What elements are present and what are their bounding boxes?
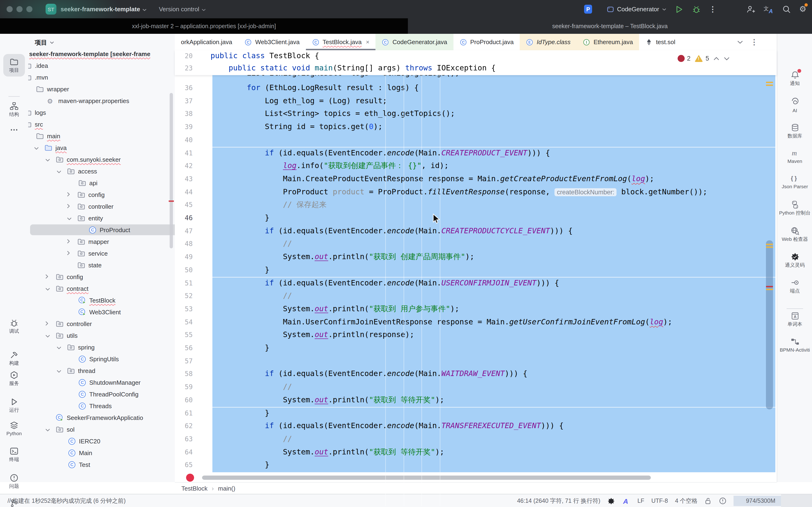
settings-gear-icon[interactable]: ⚙ — [799, 4, 807, 14]
tree-item-state[interactable]: state — [28, 259, 175, 271]
tool-strip-database[interactable]: 数据库 — [777, 123, 812, 139]
chevron-down-icon[interactable] — [45, 332, 50, 339]
tool-strip-project[interactable]: 项目 — [0, 57, 28, 74]
tool-strip-build[interactable]: 构建 — [0, 350, 28, 367]
line-ending-widget[interactable]: LF — [638, 498, 644, 504]
chevron-down-icon[interactable] — [56, 367, 61, 374]
chevron-down-icon[interactable] — [34, 144, 39, 151]
indent-widget[interactable]: 4 个空格 — [675, 497, 698, 505]
tree-item-maven-wrapper-properties[interactable]: ⚙maven-wrapper.properties — [28, 95, 175, 107]
lingma-status-icon[interactable] — [607, 497, 615, 505]
close-window-button[interactable] — [7, 6, 13, 12]
chevron-right-icon[interactable] — [67, 250, 70, 257]
tab-idtype-class[interactable]: EIdType.class — [520, 34, 576, 50]
tree-item-logs[interactable]: logs — [28, 107, 175, 118]
tool-strip-endpoint[interactable]: 端点 — [777, 278, 812, 294]
tree-item-threadpoolconfig[interactable]: CThreadPoolConfig — [28, 388, 175, 400]
code-line-37[interactable]: 37 Log eth_log = (Log) result; — [175, 95, 777, 108]
chevron-down-icon[interactable] — [45, 426, 50, 433]
chevron-right-icon[interactable] — [45, 320, 48, 327]
tool-strip-wordbook[interactable]: A单词本 — [777, 311, 812, 328]
tree-item-proproduct[interactable]: CProProduct — [28, 224, 175, 236]
tool-strip-structure[interactable]: 结构 — [0, 101, 28, 118]
window-controls[interactable] — [7, 6, 33, 12]
tool-strip-python-packages[interactable]: Python — [0, 420, 28, 436]
chevron-right-icon[interactable] — [67, 203, 70, 210]
code-line-51[interactable]: 51 if (id.equals(EventEncoder.encode(Mai… — [175, 277, 777, 290]
error-stripe-mark[interactable] — [766, 286, 773, 287]
code-line-40[interactable]: 40 — [175, 134, 777, 147]
project-name-menu[interactable]: seeker-framework-template — [61, 6, 147, 13]
code-line-62[interactable]: 62 if (id.equals(EventEncoder.encode(Mai… — [175, 420, 777, 433]
tree-item-utils[interactable]: utils — [28, 330, 175, 341]
zoom-window-button[interactable] — [26, 6, 33, 12]
run-button[interactable] — [674, 4, 684, 14]
code-line-clipped[interactable]: List<EthLog.LogResult> logs = ethLog.get… — [175, 75, 777, 82]
code-line-49[interactable]: 49 System.out.println("获取到 创建产品周期事件"); — [175, 251, 777, 264]
tab-list-chevron-icon[interactable] — [737, 34, 743, 50]
chevron-down-icon[interactable] — [45, 156, 50, 163]
inspections-status-icon[interactable] — [719, 497, 727, 505]
tree-item-main[interactable]: main — [28, 130, 175, 142]
tree-item-web3client[interactable]: CWeb3Client — [28, 306, 175, 318]
project-panel-header[interactable]: 项目 — [35, 39, 54, 47]
code-line-45[interactable]: 45 // 保存起来 — [175, 199, 777, 212]
code-line-41[interactable]: 41 if (id.equals(EventEncoder.encode(Mai… — [175, 147, 777, 160]
breadcrumb-class[interactable]: TestBlock — [182, 485, 207, 492]
chevron-right-icon[interactable] — [45, 273, 48, 280]
editor-horizontal-scrollbar[interactable] — [202, 475, 651, 480]
code-line-64[interactable]: 64 System.out.println("获取到 等待开奖"); — [175, 446, 777, 459]
tree-item-service[interactable]: service — [28, 247, 175, 259]
tool-strip-terminal[interactable]: 终端 — [0, 446, 28, 463]
tool-strip-services[interactable]: 服务 — [0, 371, 28, 387]
tool-strip-run[interactable]: 运行 — [0, 397, 28, 413]
tree-item-access[interactable]: access — [28, 165, 175, 177]
code-line-47[interactable]: 47 if (id.equals(EventEncoder.encode(Mai… — [175, 225, 777, 238]
code-line-57[interactable]: 57 — [175, 355, 777, 368]
tree-item-config[interactable]: config — [28, 271, 175, 283]
search-icon[interactable] — [782, 4, 791, 14]
tool-strip-python-console[interactable]: Python 控制台 — [777, 200, 812, 216]
tree-item-ierc20[interactable]: CIERC20 — [28, 435, 175, 447]
code-line-59[interactable]: 59 // — [175, 381, 777, 394]
background-window-title[interactable]: xxl-job-master 2 – application.propertie… — [0, 18, 408, 34]
tab-ethereum-java[interactable]: IEthereum.java — [576, 34, 639, 50]
tab-web3client-java[interactable]: CWeb3Client.java — [238, 34, 306, 50]
code-line-38[interactable]: 38 List<String> topics = eth_log.getTopi… — [175, 108, 777, 121]
code-line-53[interactable]: 53 System.out.println("获取到 用户参与事件"); — [175, 303, 777, 316]
tree-item-spring[interactable]: spring — [28, 341, 175, 353]
error-stripe-mark[interactable] — [766, 244, 773, 245]
tool-strip-vcs[interactable]: 版本控制 — [0, 499, 28, 507]
tree-item-main[interactable]: CMain — [28, 447, 175, 459]
add-user-icon[interactable] — [746, 4, 756, 14]
code-line-58[interactable]: 58 if (id.equals(EventEncoder.encode(Mai… — [175, 368, 777, 381]
tab-orkapplication-java[interactable]: orkApplication.java — [175, 34, 238, 50]
error-stripe-mark[interactable] — [766, 289, 773, 290]
minimize-window-button[interactable] — [16, 6, 22, 12]
caret-position-widget[interactable]: 46:14 (2640 字符, 71 行 换行符) — [517, 497, 600, 505]
code-line-61[interactable]: 61 } — [175, 407, 777, 420]
code-line-54[interactable]: 54 Main.UserConfirmJoinEventResponse res… — [175, 316, 777, 329]
error-stripe-mark[interactable] — [766, 82, 773, 83]
version-control-menu[interactable]: Version control — [159, 6, 206, 13]
tool-strip-lingma[interactable]: 通义灵码 — [777, 252, 812, 269]
code-line-52[interactable]: 52 // — [175, 290, 777, 303]
encoding-widget[interactable]: UTF-8 — [651, 498, 668, 504]
tree-item-thread[interactable]: thread — [28, 365, 175, 377]
tool-strip-bell[interactable]: 通知 — [777, 70, 812, 87]
tree-item-threads[interactable]: CThreads — [28, 400, 175, 412]
code-line-60[interactable]: 60 System.out.println("获取到 等待开奖"); — [175, 394, 777, 407]
tree-item-mapper[interactable]: mapper — [28, 236, 175, 247]
code-line-55[interactable]: 55 System.out.println(response); — [175, 329, 777, 342]
more-actions-button[interactable]: ⋮ — [709, 6, 717, 12]
plugin-badge[interactable]: P — [584, 5, 592, 14]
code-line-56[interactable]: 56 } — [175, 342, 777, 355]
code-line-44[interactable]: 44 ProProduct product = ProProduct.fillE… — [175, 186, 777, 199]
error-stripe-mark[interactable] — [766, 84, 773, 86]
tool-strip-debug[interactable]: 调试 — [0, 318, 28, 335]
translate-icon[interactable]: 文A — [764, 4, 774, 14]
run-configuration-select[interactable]: CodeGenerator — [607, 5, 666, 13]
error-stripe-mark[interactable] — [766, 246, 773, 248]
debug-button[interactable] — [692, 4, 701, 14]
editor-vertical-scrollbar[interactable] — [766, 240, 773, 409]
